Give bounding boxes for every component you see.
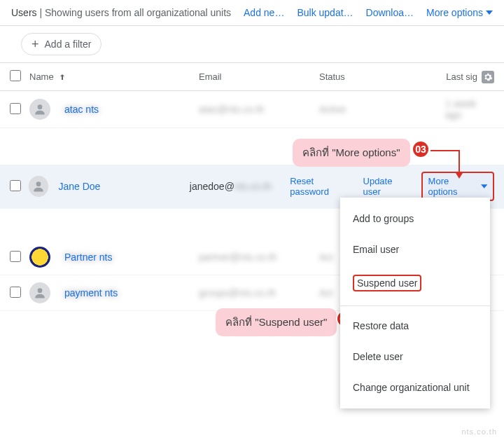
plus-icon: +	[31, 38, 39, 50]
dropdown-suspend-user[interactable]: Suspend user	[340, 265, 490, 301]
title-rest: | Showing users from all organizational …	[37, 7, 232, 18]
more-options-dropdown: Add to groups Email user Suspend user Re…	[340, 198, 490, 408]
row-checkbox[interactable]	[10, 103, 21, 114]
more-options-label: More options	[426, 7, 483, 18]
user-email-prefix: janedoe@	[190, 181, 234, 192]
callout-04: คลิกที่ "Suspend user"	[216, 308, 337, 336]
update-user-link[interactable]: Update user	[363, 176, 410, 197]
dropdown-add-to-groups[interactable]: Add to groups	[340, 203, 490, 234]
more-options-header[interactable]: More options	[426, 7, 493, 18]
divider	[340, 305, 490, 306]
user-email: atac@nts.co.th	[199, 104, 265, 115]
add-filter-button[interactable]: + Add a filter	[21, 33, 102, 55]
avatar	[29, 247, 50, 268]
select-all-checkbox[interactable]	[10, 70, 21, 81]
page-title: Users | Showing users from all organizat…	[11, 7, 244, 18]
svg-point-0	[38, 104, 43, 109]
row-checkbox[interactable]	[10, 287, 21, 298]
row-checkbox[interactable]	[10, 180, 21, 191]
title-bold: Users	[11, 7, 37, 18]
user-email: partner@nts.co.th	[199, 252, 277, 263]
dropdown-email-user[interactable]: Email user	[340, 234, 490, 265]
user-name[interactable]: Partner nts	[64, 252, 112, 263]
dropdown-delete-user[interactable]: Delete user	[340, 341, 490, 372]
more-options-button[interactable]: More options	[421, 172, 494, 201]
user-email: groups@nts.co.th	[199, 287, 276, 298]
col-status[interactable]: Status	[319, 71, 445, 82]
user-status: Active	[319, 104, 346, 115]
user-name[interactable]: Jane Doe	[58, 181, 189, 192]
user-last: 1 week ago	[445, 98, 494, 121]
gear-icon[interactable]	[482, 71, 494, 83]
caret-down-icon	[486, 9, 493, 16]
table-header: Name Email Status Last sig	[0, 62, 504, 91]
user-email-blur: nts.co.th	[234, 181, 272, 192]
user-status: Act	[319, 287, 333, 298]
col-last[interactable]: Last sig	[445, 71, 494, 83]
bulk-update-link[interactable]: Bulk updat…	[297, 7, 353, 18]
reset-password-link[interactable]: Reset password	[290, 176, 351, 197]
row-checkbox[interactable]	[10, 251, 21, 262]
user-status: Act	[319, 252, 333, 263]
badge-03: 03	[412, 140, 430, 158]
add-filter-label: Add a filter	[45, 39, 92, 50]
table-row: atac nts atac@nts.co.th Active 1 week ag…	[0, 91, 504, 128]
add-new-link[interactable]: Add ne…	[244, 7, 284, 18]
avatar	[29, 282, 50, 303]
svg-point-1	[36, 181, 41, 186]
col-email[interactable]: Email	[199, 71, 319, 82]
caret-down-icon	[481, 183, 487, 190]
dropdown-restore-data[interactable]: Restore data	[340, 310, 490, 341]
dropdown-change-ou[interactable]: Change organizational unit	[340, 372, 490, 403]
user-name[interactable]: atac nts	[64, 104, 99, 115]
download-link[interactable]: Downloa…	[366, 7, 414, 18]
avatar	[29, 176, 49, 197]
svg-point-2	[38, 288, 43, 293]
callout-03: คลิกที่ "More options"	[293, 139, 410, 167]
col-name[interactable]: Name	[29, 71, 199, 82]
user-name[interactable]: payment nts	[64, 287, 118, 298]
sort-up-icon	[58, 73, 66, 81]
avatar	[29, 99, 50, 120]
watermark: nts.co.th	[461, 427, 497, 436]
